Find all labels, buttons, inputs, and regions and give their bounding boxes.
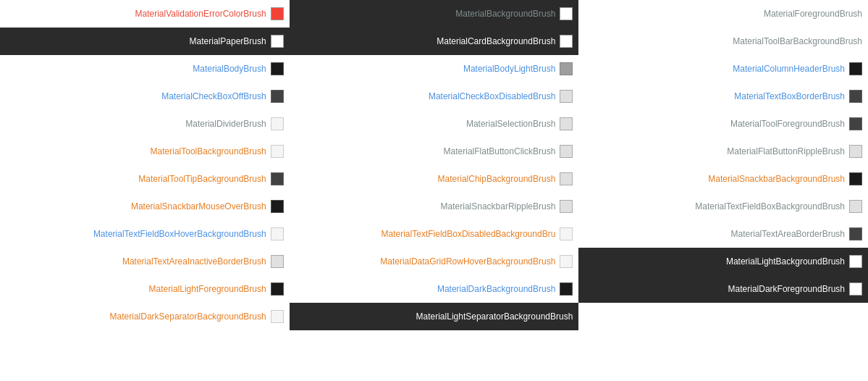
brush-cell: MaterialCheckBoxOffBrush [0,83,290,110]
brush-cell: MaterialDarkSeparatorBackgroundBrush [0,303,290,330]
brush-label: MaterialBodyBrush [193,64,266,74]
brush-cell: MaterialTextFieldBoxHoverBackgroundBrush [0,220,290,248]
brush-label: MaterialBackgroundBrush [455,9,555,19]
brush-label: MaterialToolTipBackgroundBrush [138,174,266,184]
brush-label: MaterialTextBoxBorderBrush [734,91,845,101]
brush-label: MaterialDataGridRowHoverBackgroundBrush [380,256,555,267]
color-swatch [849,227,862,240]
color-swatch [271,35,284,48]
color-swatch [849,117,862,130]
brush-label: MaterialTextFieldBoxDisabledBackgroundBr… [382,229,556,239]
color-swatch [560,282,573,296]
brush-label: MaterialCheckBoxDisabledBrush [429,91,555,101]
brush-label: MaterialCardBackgroundBrush [437,36,555,46]
brush-label: MaterialChipBackgroundBrush [438,174,556,184]
brush-cell: MaterialToolForegroundBrush [578,110,868,138]
brush-cell: MaterialToolBackgroundBrush [0,138,290,165]
brush-label: MaterialToolBackgroundBrush [151,146,266,156]
brush-cell: MaterialToolBarBackgroundBrush [578,28,868,55]
brush-label: MaterialCheckBoxOffBrush [161,91,266,101]
color-swatch [849,282,862,296]
brush-cell: MaterialTextAreaBorderBrush [578,220,868,248]
color-swatch [560,90,573,103]
brush-label: MaterialLightForegroundBrush [149,284,266,294]
brush-cell: MaterialTextFieldBoxDisabledBackgroundBr… [290,220,579,248]
brush-cell: MaterialDividerBrush [0,110,290,138]
color-swatch [271,310,284,323]
brush-cell [578,303,868,330]
color-swatch [560,35,573,48]
color-swatch [271,200,284,213]
brush-label: MaterialTextFieldBoxBackgroundBrush [695,201,845,212]
brush-cell: MaterialDarkBackgroundBrush [290,275,579,303]
brush-cell: MaterialCardBackgroundBrush [290,28,579,55]
brush-cell: MaterialPaperBrush [0,28,290,55]
brush-cell: MaterialLightForegroundBrush [0,275,290,303]
brush-cell: MaterialSnackbarBackgroundBrush [578,165,868,193]
brush-label: MaterialColumnHeaderBrush [733,64,845,74]
brush-label: MaterialToolBarBackgroundBrush [733,36,862,46]
brush-label: MaterialDarkBackgroundBrush [437,284,555,294]
brush-grid: MaterialValidationErrorColorBrushMateria… [0,0,868,330]
color-swatch [560,255,573,268]
brush-cell: MaterialLightSeparatorBackgroundBrush [290,303,579,330]
color-swatch [560,200,573,213]
brush-label: MaterialFlatButtonRippleBrush [727,146,845,156]
color-swatch [271,145,284,158]
brush-cell: MaterialBodyLightBrush [290,55,579,83]
brush-cell: MaterialForegroundBrush [578,0,868,28]
color-swatch [849,62,862,75]
color-swatch [271,7,284,20]
brush-label: MaterialTextFieldBoxHoverBackgroundBrush [93,229,266,239]
brush-cell: MaterialSnackbarMouseOverBrush [0,193,290,220]
color-swatch [560,172,573,185]
brush-label: MaterialFlatButtonClickBrush [444,146,556,156]
brush-label: MaterialDarkForegroundBrush [728,284,845,294]
brush-cell: MaterialDarkForegroundBrush [578,275,868,303]
brush-cell: MaterialFlatButtonRippleBrush [578,138,868,165]
color-swatch [849,90,862,103]
brush-label: MaterialDividerBrush [185,119,266,129]
color-swatch [849,255,862,268]
brush-label: MaterialSnackbarBackgroundBrush [708,174,845,184]
brush-label: MaterialTextAreaInactiveBorderBrush [122,256,266,267]
color-swatch [849,145,862,158]
brush-cell: MaterialLightBackgroundBrush [578,248,868,275]
brush-cell: MaterialTextFieldBoxBackgroundBrush [578,193,868,220]
brush-cell: MaterialFlatButtonClickBrush [290,138,579,165]
color-swatch [560,227,573,240]
color-swatch [271,62,284,75]
brush-cell: MaterialTextAreaInactiveBorderBrush [0,248,290,275]
brush-cell: MaterialChipBackgroundBrush [290,165,579,193]
brush-label: MaterialToolForegroundBrush [730,119,845,129]
brush-label: MaterialSelectionBrush [466,119,555,129]
brush-label: MaterialPaperBrush [190,36,266,46]
brush-label: MaterialLightSeparatorBackgroundBrush [416,311,573,322]
color-swatch [271,255,284,268]
color-swatch [271,172,284,185]
color-swatch [849,172,862,185]
color-swatch [849,200,862,213]
brush-label: MaterialBodyLightBrush [463,64,555,74]
brush-cell: MaterialSelectionBrush [290,110,579,138]
brush-label: MaterialSnackbarMouseOverBrush [131,201,266,212]
brush-cell: MaterialSnackbarRippleBrush [290,193,579,220]
brush-label: MaterialDarkSeparatorBackgroundBrush [110,311,266,322]
brush-cell: MaterialTextBoxBorderBrush [578,83,868,110]
brush-cell: MaterialValidationErrorColorBrush [0,0,290,28]
brush-cell: MaterialBodyBrush [0,55,290,83]
color-swatch [271,282,284,296]
color-swatch [560,145,573,158]
brush-cell: MaterialColumnHeaderBrush [578,55,868,83]
brush-label: MaterialSnackbarRippleBrush [441,201,556,212]
brush-cell: MaterialBackgroundBrush [290,0,579,28]
brush-label: MaterialValidationErrorColorBrush [135,9,266,19]
color-swatch [271,117,284,130]
brush-label: MaterialLightBackgroundBrush [726,256,845,267]
color-swatch [560,7,573,20]
brush-cell: MaterialToolTipBackgroundBrush [0,165,290,193]
color-swatch [560,117,573,130]
brush-cell: MaterialCheckBoxDisabledBrush [290,83,579,110]
color-swatch [560,62,573,75]
color-swatch [271,90,284,103]
